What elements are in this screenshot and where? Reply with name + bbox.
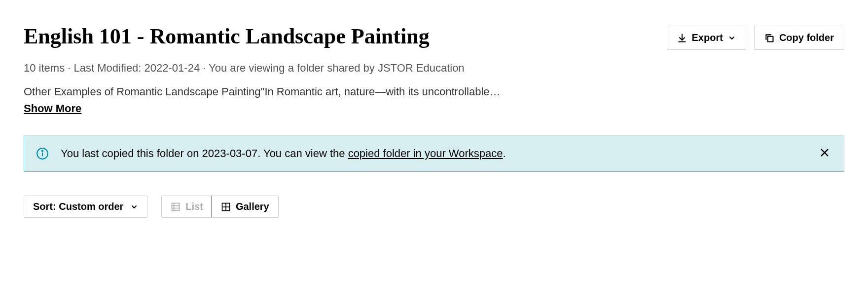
gallery-label: Gallery bbox=[236, 201, 269, 212]
meta-line: 10 items · Last Modified: 2022-01-24 · Y… bbox=[24, 62, 844, 75]
header-actions: Export Copy folder bbox=[667, 26, 844, 50]
sort-label: Sort: Custom order bbox=[33, 201, 123, 212]
copy-folder-label: Copy folder bbox=[779, 32, 834, 43]
notification-copy-date: 2023-03-07 bbox=[202, 147, 258, 160]
svg-rect-0 bbox=[768, 36, 773, 41]
svg-rect-6 bbox=[172, 203, 180, 210]
show-more-button[interactable]: Show More bbox=[24, 102, 81, 115]
sort-dropdown[interactable]: Sort: Custom order bbox=[24, 196, 147, 218]
chevron-down-icon bbox=[130, 203, 138, 211]
view-gallery-button[interactable]: Gallery bbox=[212, 196, 279, 218]
list-label: List bbox=[185, 201, 203, 212]
notification-close-button[interactable] bbox=[817, 145, 832, 161]
item-count: 10 items bbox=[24, 62, 65, 74]
copy-icon bbox=[764, 33, 774, 43]
export-label: Export bbox=[692, 32, 723, 43]
folder-description: Other Examples of Romantic Landscape Pai… bbox=[24, 85, 844, 98]
info-icon bbox=[36, 147, 49, 160]
view-toggle: List Gallery bbox=[161, 196, 278, 218]
last-modified-prefix: Last Modified: bbox=[74, 62, 145, 74]
close-icon bbox=[819, 147, 830, 158]
controls-row: Sort: Custom order List Gallery bbox=[24, 196, 844, 218]
export-button[interactable]: Export bbox=[667, 26, 746, 50]
page-title: English 101 - Romantic Landscape Paintin… bbox=[24, 24, 430, 50]
svg-point-3 bbox=[42, 150, 43, 151]
notification-text: You last copied this folder on 2023-03-0… bbox=[61, 147, 817, 160]
view-list-button[interactable]: List bbox=[162, 196, 212, 217]
last-modified-date: 2022-01-24 bbox=[145, 62, 200, 74]
download-icon bbox=[677, 33, 687, 43]
copied-folder-link[interactable]: copied folder in your Workspace bbox=[348, 147, 503, 160]
copy-folder-button[interactable]: Copy folder bbox=[754, 26, 844, 50]
shared-by-text: You are viewing a folder shared by JSTOR… bbox=[209, 62, 465, 74]
chevron-down-icon bbox=[728, 34, 736, 42]
list-icon bbox=[171, 202, 181, 212]
notification-banner: You last copied this folder on 2023-03-0… bbox=[24, 135, 844, 172]
gallery-icon bbox=[221, 202, 231, 212]
